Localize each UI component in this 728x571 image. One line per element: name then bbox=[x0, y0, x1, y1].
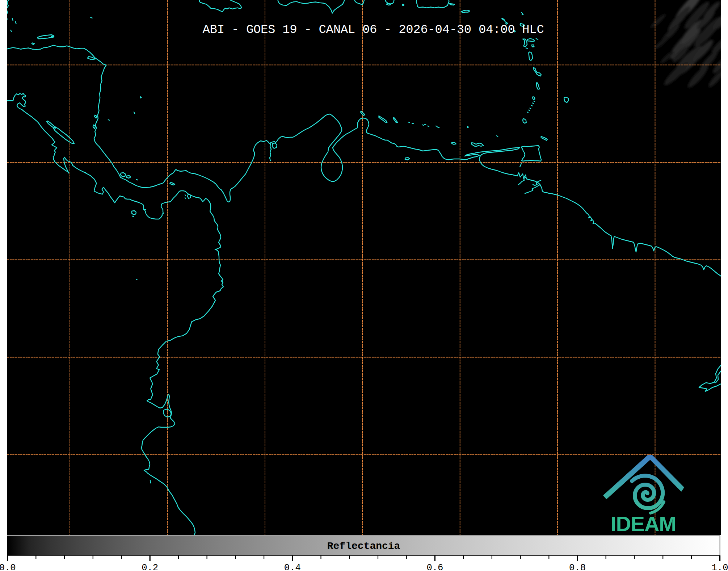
svg-text:0.8: 0.8 bbox=[569, 563, 586, 571]
svg-text:IDEAM: IDEAM bbox=[611, 512, 676, 536]
svg-text:0.0: 0.0 bbox=[0, 563, 16, 571]
svg-text:Reflectancia: Reflectancia bbox=[327, 541, 400, 552]
svg-text:0.6: 0.6 bbox=[426, 563, 443, 571]
svg-text:ABI - GOES 19 - CANAL 06 - 202: ABI - GOES 19 - CANAL 06 - 2026-04-30 04… bbox=[203, 23, 544, 37]
svg-text:1.0: 1.0 bbox=[712, 563, 728, 571]
svg-text:0.4: 0.4 bbox=[284, 563, 301, 571]
svg-text:0.2: 0.2 bbox=[142, 563, 158, 571]
